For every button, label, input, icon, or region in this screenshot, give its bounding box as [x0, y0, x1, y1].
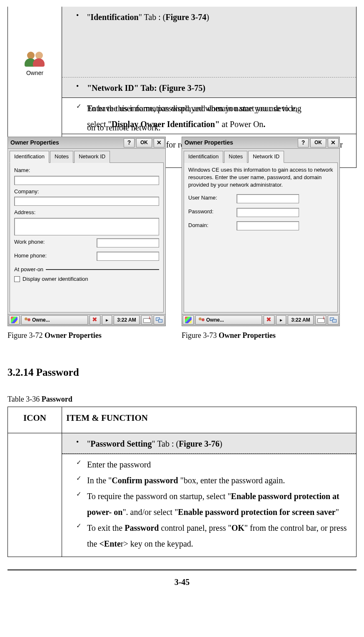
- owner-task-icon: [24, 317, 31, 323]
- tray-arrow[interactable]: ▸: [102, 315, 112, 325]
- start-button[interactable]: [183, 315, 194, 325]
- clock[interactable]: 3:22 AM: [288, 315, 314, 325]
- network-icon: [330, 317, 337, 323]
- company-input[interactable]: [14, 197, 159, 206]
- tray-arrow[interactable]: ▸: [276, 315, 286, 325]
- keyboard-icon: [317, 317, 324, 323]
- tab-body: Name: Company: Address: Work phone: Home…: [10, 162, 164, 312]
- help-button[interactable]: [298, 138, 309, 147]
- tab-identification[interactable]: Identification: [184, 151, 223, 163]
- close-button[interactable]: [154, 138, 165, 147]
- bullet-dot-icon: [76, 436, 87, 452]
- owner-tab-body-text: To have this information displayed when …: [87, 100, 352, 132]
- tab-strip: Identification Notes Network ID: [8, 149, 165, 162]
- password-table-header-func: ITEM & FUNCTION: [62, 407, 357, 433]
- tab-network-id[interactable]: Network ID: [248, 151, 284, 163]
- password-table-header-icon: ICON: [8, 407, 62, 433]
- bullet-check-icon: [76, 520, 87, 552]
- keyboard-indicator[interactable]: [141, 315, 152, 325]
- address-label: Address:: [14, 208, 159, 217]
- network-indicator[interactable]: [328, 315, 339, 325]
- section-heading: 3.2.14 Password: [7, 364, 357, 381]
- taskbar-app-button[interactable]: Owne...: [195, 315, 262, 325]
- username-label: User Name:: [188, 194, 234, 202]
- close-button[interactable]: [328, 138, 339, 147]
- titlebar: Owner Properties OK: [8, 137, 165, 149]
- owner-icon-label: Owner: [8, 68, 62, 77]
- password-step-3: To require the password on startup, sele…: [87, 488, 352, 520]
- network-indicator[interactable]: [154, 315, 165, 325]
- bullet-check-icon: [76, 472, 87, 488]
- display-owner-label: Display owner identification: [22, 275, 88, 284]
- password-step-1: Enter the password: [87, 457, 352, 472]
- keyboard-indicator[interactable]: [315, 315, 326, 325]
- tray-x-icon: [92, 317, 98, 323]
- password-label: Password:: [188, 207, 234, 216]
- tab-strip: Identification Notes Network ID: [182, 149, 339, 162]
- address-input[interactable]: [14, 218, 159, 235]
- home-phone-label: Home phone:: [14, 252, 94, 260]
- taskbar-app-button[interactable]: Owne...: [21, 315, 88, 325]
- password-icon-cell: [8, 433, 62, 557]
- page-number: 3-45: [7, 570, 357, 589]
- network-id-description: Windows CE uses this information to gain…: [188, 166, 333, 189]
- ok-button[interactable]: OK: [310, 138, 326, 147]
- help-button[interactable]: [124, 138, 135, 147]
- keyboard-icon: [143, 317, 150, 323]
- start-button[interactable]: [9, 315, 20, 325]
- identification-tab-heading: "Identification" Tab : (Figure 3-74): [87, 9, 352, 25]
- bullet-check-icon: [76, 488, 87, 520]
- taskbar: Owne... ▸ 3:22 AM: [8, 314, 165, 326]
- window-title: Owner Properties: [10, 138, 122, 147]
- password-table: ICON ITEM & FUNCTION "Password Setting" …: [7, 407, 357, 557]
- table-caption: Table 3-36 Password: [7, 393, 357, 405]
- tab-network-id[interactable]: Network ID: [74, 151, 110, 163]
- tab-body: Windows CE uses this information to gain…: [184, 162, 338, 312]
- window-title: Owner Properties: [184, 138, 296, 147]
- display-owner-checkbox[interactable]: [14, 276, 20, 282]
- at-power-on-label: At power-on: [14, 265, 43, 274]
- bullet-check-icon: [76, 100, 87, 132]
- work-phone-label: Work phone:: [14, 238, 94, 247]
- owner-properties-networkid-window: Owner Properties OK Identification Notes…: [182, 137, 340, 326]
- network-icon: [156, 317, 162, 323]
- ok-button[interactable]: OK: [136, 138, 152, 147]
- password-step-4: To exit the Password control panel, pres…: [87, 520, 352, 552]
- bullet-check-icon: [76, 457, 87, 472]
- bullet-dot-icon: [76, 80, 87, 96]
- start-icon: [11, 317, 17, 323]
- bullet-dot-icon: [76, 9, 87, 25]
- owner-icon: [25, 48, 45, 67]
- tab-identification[interactable]: Identification: [10, 151, 49, 163]
- password-setting-tab-heading: "Password Setting" Tab : (Figure 3-76): [87, 436, 352, 452]
- figure-caption-right: Figure 3-73 Owner Properties: [182, 330, 340, 342]
- clock[interactable]: 3:22 AM: [114, 315, 140, 325]
- figure-caption-left: Figure 3-72 Owner Properties: [7, 330, 166, 342]
- name-label: Name:: [14, 166, 159, 175]
- tab-notes[interactable]: Notes: [224, 151, 247, 163]
- domain-label: Domain:: [188, 221, 234, 230]
- tab-notes[interactable]: Notes: [50, 151, 73, 163]
- owner-properties-identification-window: Owner Properties OK Identification Notes…: [7, 137, 166, 326]
- username-input[interactable]: [237, 194, 299, 203]
- home-phone-input[interactable]: [97, 252, 159, 261]
- name-input[interactable]: [14, 176, 159, 185]
- network-id-tab-heading: "Network ID" Tab: (Figure 3-75): [87, 80, 352, 96]
- tray-item[interactable]: [264, 315, 274, 325]
- taskbar: Owne... ▸ 3:22 AM: [182, 314, 339, 326]
- password-step-2: In the "Confirm password "box, enter the…: [87, 472, 352, 488]
- start-icon: [185, 317, 192, 323]
- password-input[interactable]: [237, 208, 299, 217]
- tray-item[interactable]: [90, 315, 100, 325]
- owner-task-icon: [198, 317, 205, 323]
- titlebar: Owner Properties OK: [182, 137, 339, 149]
- company-label: Company:: [14, 187, 159, 196]
- tray-x-icon: [266, 317, 272, 323]
- domain-input[interactable]: [237, 221, 299, 230]
- work-phone-input[interactable]: [97, 238, 159, 247]
